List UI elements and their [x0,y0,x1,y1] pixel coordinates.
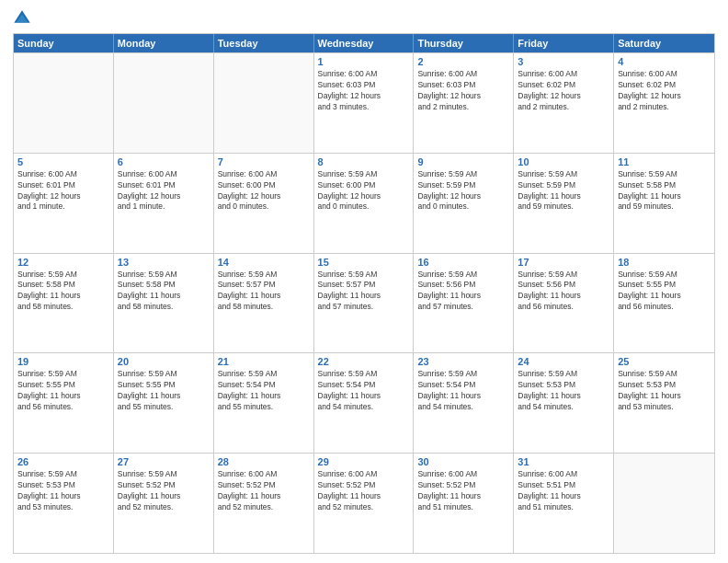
day-info: Sunrise: 6:00 AM Sunset: 5:51 PM Dayligh… [518,469,609,513]
calendar-row: 5Sunrise: 6:00 AM Sunset: 6:01 PM Daylig… [14,153,714,253]
calendar-cell [14,53,114,153]
day-info: Sunrise: 5:59 AM Sunset: 5:54 PM Dayligh… [318,369,410,413]
calendar-cell: 18Sunrise: 5:59 AM Sunset: 5:55 PM Dayli… [614,254,714,353]
day-number: 13 [118,257,210,268]
day-info: Sunrise: 6:00 AM Sunset: 6:03 PM Dayligh… [417,69,509,113]
day-number: 29 [318,456,410,467]
day-info: Sunrise: 5:59 AM Sunset: 5:54 PM Dayligh… [417,369,509,413]
calendar-cell: 4Sunrise: 6:00 AM Sunset: 6:02 PM Daylig… [614,53,714,153]
day-info: Sunrise: 5:59 AM Sunset: 5:58 PM Dayligh… [118,270,210,314]
logo-icon [13,9,31,28]
calendar-cell [614,454,714,553]
weekday-header: Friday [514,34,614,52]
day-number: 7 [218,156,310,167]
day-info: Sunrise: 5:59 AM Sunset: 5:55 PM Dayligh… [17,369,109,413]
calendar-cell [214,53,314,153]
calendar-row: 12Sunrise: 5:59 AM Sunset: 5:58 PM Dayli… [14,253,714,353]
day-info: Sunrise: 5:59 AM Sunset: 5:53 PM Dayligh… [518,369,609,413]
calendar-cell [114,53,214,153]
calendar-cell: 13Sunrise: 5:59 AM Sunset: 5:58 PM Dayli… [114,254,214,353]
day-info: Sunrise: 5:59 AM Sunset: 5:58 PM Dayligh… [17,270,109,314]
day-info: Sunrise: 6:00 AM Sunset: 6:00 PM Dayligh… [218,169,310,213]
calendar-cell: 29Sunrise: 6:00 AM Sunset: 5:52 PM Dayli… [314,454,415,553]
day-number: 11 [618,156,711,167]
calendar-cell: 5Sunrise: 6:00 AM Sunset: 6:01 PM Daylig… [14,154,114,253]
calendar-cell: 3Sunrise: 6:00 AM Sunset: 6:02 PM Daylig… [514,53,614,153]
calendar-cell: 17Sunrise: 5:59 AM Sunset: 5:56 PM Dayli… [514,254,614,353]
page-header [13,9,715,28]
day-info: Sunrise: 6:00 AM Sunset: 5:52 PM Dayligh… [218,469,310,513]
calendar-cell: 16Sunrise: 5:59 AM Sunset: 5:56 PM Dayli… [414,254,514,353]
day-number: 4 [618,56,711,67]
weekday-header: Wednesday [314,34,415,52]
calendar-cell: 19Sunrise: 5:59 AM Sunset: 5:55 PM Dayli… [14,353,114,453]
day-number: 23 [417,356,509,367]
day-info: Sunrise: 5:59 AM Sunset: 5:57 PM Dayligh… [318,270,410,314]
logo [13,9,35,28]
day-number: 2 [417,56,509,67]
day-info: Sunrise: 5:59 AM Sunset: 5:57 PM Dayligh… [218,270,310,314]
day-number: 5 [17,156,109,167]
day-number: 6 [118,156,210,167]
day-number: 17 [518,257,609,268]
day-info: Sunrise: 5:59 AM Sunset: 5:59 PM Dayligh… [518,169,609,213]
calendar-cell: 2Sunrise: 6:00 AM Sunset: 6:03 PM Daylig… [414,53,514,153]
day-info: Sunrise: 6:00 AM Sunset: 6:01 PM Dayligh… [118,169,210,213]
weekday-header: Thursday [414,34,514,52]
calendar-cell: 25Sunrise: 5:59 AM Sunset: 5:53 PM Dayli… [614,353,714,453]
day-number: 24 [518,356,609,367]
day-info: Sunrise: 5:59 AM Sunset: 5:53 PM Dayligh… [17,469,109,513]
day-number: 21 [218,356,310,367]
day-number: 3 [518,56,609,67]
calendar-cell: 28Sunrise: 6:00 AM Sunset: 5:52 PM Dayli… [214,454,314,553]
calendar-cell: 12Sunrise: 5:59 AM Sunset: 5:58 PM Dayli… [14,254,114,353]
day-number: 1 [318,56,410,67]
calendar-cell: 6Sunrise: 6:00 AM Sunset: 6:01 PM Daylig… [114,154,214,253]
day-number: 10 [518,156,609,167]
calendar-cell: 15Sunrise: 5:59 AM Sunset: 5:57 PM Dayli… [314,254,415,353]
calendar-cell: 11Sunrise: 5:59 AM Sunset: 5:58 PM Dayli… [614,154,714,253]
day-info: Sunrise: 5:59 AM Sunset: 5:58 PM Dayligh… [618,169,711,213]
calendar-cell: 31Sunrise: 6:00 AM Sunset: 5:51 PM Dayli… [514,454,614,553]
day-number: 8 [318,156,410,167]
weekday-header: Monday [114,34,214,52]
calendar-cell: 1Sunrise: 6:00 AM Sunset: 6:03 PM Daylig… [314,53,415,153]
weekday-header: Sunday [14,34,114,52]
day-number: 12 [17,257,109,268]
day-number: 28 [218,456,310,467]
day-number: 19 [17,356,109,367]
day-info: Sunrise: 6:00 AM Sunset: 5:52 PM Dayligh… [318,469,410,513]
calendar-header: SundayMondayTuesdayWednesdayThursdayFrid… [14,34,714,52]
weekday-header: Tuesday [214,34,314,52]
day-number: 14 [218,257,310,268]
day-number: 16 [417,257,509,268]
calendar-cell: 24Sunrise: 5:59 AM Sunset: 5:53 PM Dayli… [514,353,614,453]
day-number: 20 [118,356,210,367]
day-info: Sunrise: 5:59 AM Sunset: 5:55 PM Dayligh… [618,270,711,314]
day-number: 18 [618,257,711,268]
weekday-header: Saturday [614,34,714,52]
calendar-cell: 26Sunrise: 5:59 AM Sunset: 5:53 PM Dayli… [14,454,114,553]
calendar-cell: 23Sunrise: 5:59 AM Sunset: 5:54 PM Dayli… [414,353,514,453]
day-info: Sunrise: 6:00 AM Sunset: 6:02 PM Dayligh… [518,69,609,113]
calendar-cell: 8Sunrise: 5:59 AM Sunset: 6:00 PM Daylig… [314,154,415,253]
calendar-cell: 7Sunrise: 6:00 AM Sunset: 6:00 PM Daylig… [214,154,314,253]
calendar-cell: 9Sunrise: 5:59 AM Sunset: 5:59 PM Daylig… [414,154,514,253]
day-number: 26 [17,456,109,467]
calendar-body: 1Sunrise: 6:00 AM Sunset: 6:03 PM Daylig… [14,52,714,553]
calendar-row: 26Sunrise: 5:59 AM Sunset: 5:53 PM Dayli… [14,453,714,553]
day-info: Sunrise: 5:59 AM Sunset: 5:53 PM Dayligh… [618,369,711,413]
day-info: Sunrise: 5:59 AM Sunset: 5:56 PM Dayligh… [417,270,509,314]
day-number: 31 [518,456,609,467]
calendar-cell: 10Sunrise: 5:59 AM Sunset: 5:59 PM Dayli… [514,154,614,253]
day-number: 30 [417,456,509,467]
day-number: 27 [118,456,210,467]
day-number: 9 [417,156,509,167]
calendar-cell: 20Sunrise: 5:59 AM Sunset: 5:55 PM Dayli… [114,353,214,453]
day-info: Sunrise: 6:00 AM Sunset: 6:02 PM Dayligh… [618,69,711,113]
day-number: 22 [318,356,410,367]
day-info: Sunrise: 6:00 AM Sunset: 6:01 PM Dayligh… [17,169,109,213]
calendar-cell: 22Sunrise: 5:59 AM Sunset: 5:54 PM Dayli… [314,353,415,453]
calendar-cell: 21Sunrise: 5:59 AM Sunset: 5:54 PM Dayli… [214,353,314,453]
day-info: Sunrise: 5:59 AM Sunset: 5:52 PM Dayligh… [118,469,210,513]
